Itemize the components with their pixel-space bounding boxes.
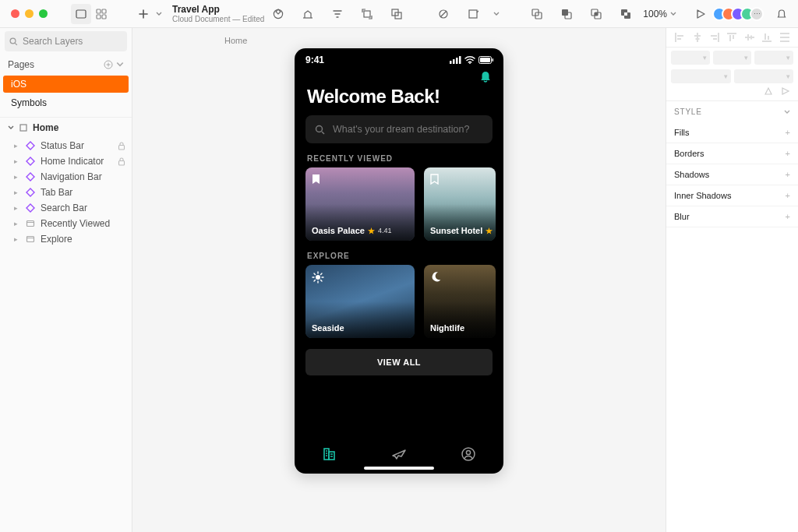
- layers-sidebar: Search Layers Pages iOS Symbols Home ▸St…: [0, 28, 132, 532]
- style-row[interactable]: Shadows+: [666, 164, 798, 185]
- add-icon[interactable]: +: [786, 191, 790, 200]
- flip-h-icon[interactable]: [764, 86, 773, 96]
- inspector-seg[interactable]: ▾: [754, 51, 793, 65]
- style-row[interactable]: Inner Shadows+: [666, 185, 798, 206]
- style-row[interactable]: Fills+: [666, 122, 798, 143]
- svg-rect-10: [469, 10, 477, 18]
- align-top-icon[interactable]: [727, 33, 736, 42]
- mirror-icon[interactable]: [327, 4, 348, 24]
- align-left-icon[interactable]: [675, 33, 684, 42]
- inspector-align-tools: [666, 28, 798, 48]
- svg-rect-43: [677, 35, 683, 37]
- layer-row[interactable]: ▸Recently Viewed: [0, 216, 132, 231]
- chevron-right-icon: ▸: [14, 204, 20, 212]
- distribute-icon[interactable]: [780, 33, 789, 42]
- difference-icon[interactable]: [616, 4, 636, 24]
- inspector-seg[interactable]: ▾: [713, 51, 752, 65]
- svg-rect-42: [675, 33, 676, 42]
- search-icon: [9, 37, 18, 46]
- lock-icon[interactable]: [118, 142, 125, 150]
- canvas[interactable]: Home 9:41 Welcome Back! What's your drea…: [132, 28, 666, 532]
- symbol-icon[interactable]: [268, 4, 288, 24]
- lock-icon[interactable]: [118, 157, 125, 166]
- tab-hotels[interactable]: [322, 446, 337, 462]
- window-traffic-lights[interactable]: [6, 9, 52, 18]
- svg-rect-44: [677, 38, 681, 40]
- phone-artboard[interactable]: 9:41 Welcome Back! What's your dream des…: [295, 48, 503, 474]
- components-view-button[interactable]: [91, 4, 111, 24]
- canvas-view-button[interactable]: [71, 4, 91, 24]
- page-item-ios[interactable]: iOS: [3, 76, 129, 93]
- style-header[interactable]: STYLE: [666, 101, 798, 122]
- add-icon[interactable]: +: [786, 128, 790, 137]
- style-row[interactable]: Blur+: [666, 206, 798, 227]
- phone-status-bar: 9:41: [295, 48, 503, 65]
- layer-name: Recently Viewed: [41, 218, 110, 229]
- recent-card-sunset[interactable]: Sunset Hotel★: [424, 167, 496, 241]
- close-window-icon[interactable]: [11, 9, 19, 18]
- intersect-icon[interactable]: [586, 4, 606, 24]
- union-icon[interactable]: [527, 4, 547, 24]
- minimize-window-icon[interactable]: [25, 9, 34, 18]
- insert-chevron-icon[interactable]: [154, 4, 164, 24]
- view-all-button[interactable]: VIEW ALL: [305, 349, 493, 375]
- notification-bell-icon[interactable]: [478, 70, 493, 84]
- preview-button[interactable]: [690, 4, 711, 24]
- layer-row[interactable]: ▸Status Bar: [0, 138, 132, 153]
- page-item-symbols[interactable]: Symbols: [3, 94, 129, 111]
- tab-flights[interactable]: [391, 446, 407, 462]
- add-page-icon[interactable]: [104, 60, 113, 69]
- pages-chevron-icon[interactable]: [116, 61, 124, 69]
- layers-search-placeholder: Search Layers: [23, 36, 83, 47]
- layer-row[interactable]: ▸Search Bar: [0, 200, 132, 216]
- inspector-seg[interactable]: ▾: [734, 69, 794, 83]
- layer-row[interactable]: ▸Tab Bar: [0, 185, 132, 200]
- scale-chevron-icon[interactable]: [493, 4, 500, 24]
- add-icon[interactable]: +: [786, 149, 790, 158]
- group-icon: [25, 234, 36, 245]
- svg-rect-52: [729, 35, 731, 41]
- svg-rect-50: [713, 38, 717, 40]
- scale-icon[interactable]: [463, 4, 483, 24]
- inspector-seg[interactable]: ▾: [671, 69, 731, 83]
- chevron-right-icon: ▸: [14, 235, 20, 243]
- align-bottom-icon[interactable]: [762, 33, 772, 42]
- explore-card-seaside[interactable]: Seaside: [305, 265, 415, 338]
- layer-row[interactable]: ▸Navigation Bar: [0, 169, 132, 185]
- recent-card-oasis[interactable]: Oasis Palace★4.41: [305, 167, 415, 241]
- svg-rect-20: [624, 12, 627, 16]
- root-layer-row[interactable]: Home: [0, 117, 132, 138]
- mask-icon[interactable]: [433, 4, 454, 24]
- edit-shape-icon[interactable]: [387, 4, 407, 24]
- flip-v-icon[interactable]: [781, 86, 790, 96]
- inspector-seg[interactable]: ▾: [671, 51, 710, 65]
- resize-icon[interactable]: [357, 4, 377, 24]
- destination-search[interactable]: What's your dream destination?: [305, 115, 493, 143]
- style-row[interactable]: Borders+: [666, 143, 798, 164]
- insert-button[interactable]: [133, 4, 154, 24]
- align-vcenter-icon[interactable]: [745, 33, 754, 42]
- svg-rect-62: [780, 41, 789, 42]
- inspector-size-row-1: ▾ ▾ ▾: [666, 48, 798, 66]
- align-right-icon[interactable]: [710, 33, 719, 42]
- collaborator-avatars[interactable]: ⋯: [717, 7, 764, 21]
- zoom-dropdown[interactable]: 100%: [640, 9, 680, 19]
- explore-card-nightlife[interactable]: Nightlife: [424, 265, 496, 338]
- layer-row[interactable]: ▸Home Indicator: [0, 153, 132, 169]
- layer-row[interactable]: ▸Explore: [0, 231, 132, 247]
- inspector-size-row-2: ▾ ▾: [666, 66, 798, 85]
- tab-profile[interactable]: [461, 446, 476, 462]
- maximize-window-icon[interactable]: [39, 9, 48, 18]
- svg-rect-48: [718, 33, 719, 42]
- add-icon[interactable]: +: [786, 212, 790, 221]
- search-placeholder: What's your dream destination?: [333, 124, 469, 135]
- symbol-icon: [25, 203, 36, 213]
- forward-icon[interactable]: [298, 4, 318, 24]
- add-icon[interactable]: +: [786, 170, 790, 179]
- align-hcenter-icon[interactable]: [693, 33, 702, 42]
- explore-label: EXPLORE: [295, 241, 503, 265]
- layers-search[interactable]: Search Layers: [5, 31, 127, 51]
- notifications-button[interactable]: [772, 4, 792, 24]
- subtract-icon[interactable]: [556, 4, 577, 24]
- svg-rect-57: [762, 41, 772, 42]
